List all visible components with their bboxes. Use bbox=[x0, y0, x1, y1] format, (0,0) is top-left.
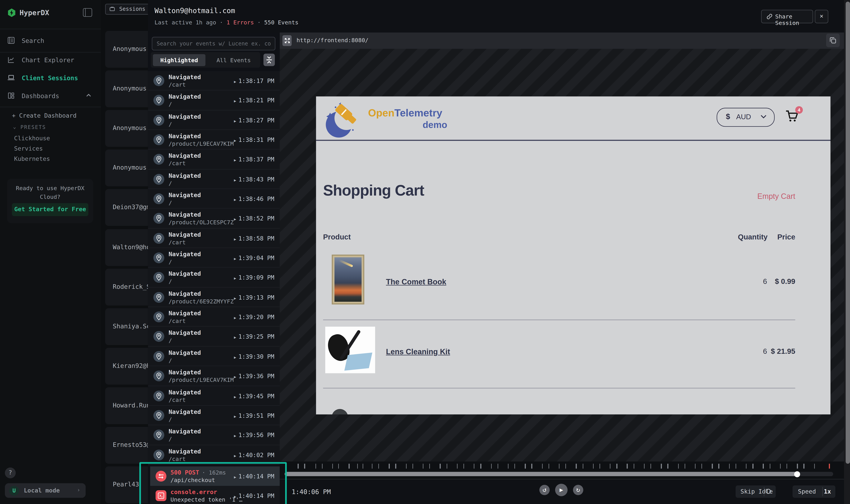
sidebar-item-clickhouse[interactable]: Clickhouse bbox=[0, 133, 101, 144]
session-list-item[interactable]: Shaniya.Sc bbox=[105, 308, 148, 345]
speed-control[interactable]: Speed 1x bbox=[793, 485, 835, 498]
event-title: Navigated bbox=[169, 329, 201, 337]
event-row[interactable]: Navigated /cart ▶1:38:58 PM bbox=[148, 229, 280, 248]
play-glyph[interactable]: ▶ bbox=[234, 434, 236, 438]
event-row[interactable]: Navigated / ▶1:38:27 PM bbox=[148, 110, 280, 130]
sidebar-item-search[interactable]: Search bbox=[0, 33, 101, 49]
product-link[interactable]: Lens Cleaning Kit bbox=[386, 347, 450, 356]
session-list-item[interactable]: Kieran92@h bbox=[105, 348, 148, 384]
event-row[interactable]: Navigated /cart ▶1:39:20 PM bbox=[148, 307, 280, 327]
play-glyph[interactable]: ▶ bbox=[234, 139, 236, 143]
forward-button[interactable]: ↻ bbox=[573, 485, 583, 495]
event-path: / bbox=[169, 278, 172, 285]
play-glyph[interactable]: ▶ bbox=[234, 178, 236, 182]
skip-idle-control[interactable]: Skip Idle bbox=[735, 485, 776, 498]
event-row[interactable]: Navigated / ▶1:39:09 PM bbox=[148, 268, 280, 288]
play-glyph[interactable]: ▶ bbox=[234, 414, 236, 419]
event-row[interactable]: Navigated / ▶1:39:30 PM bbox=[148, 347, 280, 366]
replay-area: http://frontend:8080/ bbox=[280, 33, 844, 504]
get-started-button[interactable]: Get Started for Free bbox=[12, 203, 88, 216]
session-list-item[interactable]: Walton9@ho bbox=[105, 229, 148, 266]
play-glyph[interactable]: ▶ bbox=[234, 494, 236, 499]
tab-sessions[interactable]: Sessions bbox=[105, 4, 148, 15]
sidebar-item-dashboards[interactable]: Dashboards bbox=[0, 88, 101, 104]
event-search-input[interactable] bbox=[152, 37, 275, 50]
event-row[interactable]: Navigated /product/L9ECAV7KIM ▶1:39:36 P… bbox=[148, 366, 280, 386]
copy-icon[interactable] bbox=[826, 34, 840, 47]
play-glyph[interactable]: ▶ bbox=[234, 336, 236, 340]
rewind-button[interactable]: ↺ bbox=[539, 485, 550, 495]
location-pin-icon bbox=[154, 253, 164, 263]
event-row[interactable]: Navigated /cart ▶1:38:17 PM bbox=[148, 71, 280, 91]
sidebar-item-services[interactable]: Services bbox=[0, 144, 101, 154]
tab-highlighted[interactable]: Highlighted bbox=[153, 54, 206, 66]
play-glyph[interactable]: ▶ bbox=[234, 158, 236, 163]
timeline-track[interactable] bbox=[284, 472, 833, 476]
share-session-button[interactable]: Share Session bbox=[761, 10, 813, 23]
collapse-panel-button[interactable] bbox=[263, 54, 275, 66]
play-glyph[interactable]: ▶ bbox=[234, 355, 236, 360]
event-row[interactable]: Navigated /product/OLJCESPC7Z ▶1:38:52 P… bbox=[148, 209, 280, 229]
event-row[interactable]: Navigated / ▶1:38:46 PM bbox=[148, 189, 280, 209]
sidebar-item-kubernetes[interactable]: Kubernetes bbox=[0, 154, 101, 164]
event-row-error-console[interactable]: console.error Unexpected token 'I'… ▶1:4… bbox=[150, 486, 280, 504]
cart-button[interactable]: 4 bbox=[784, 109, 801, 126]
event-row[interactable]: Navigated / ▶1:39:56 PM bbox=[148, 426, 280, 445]
session-list-item[interactable]: Anonymous bbox=[105, 70, 148, 107]
play-glyph[interactable]: ▶ bbox=[234, 80, 236, 84]
play-glyph[interactable]: ▶ bbox=[234, 198, 236, 202]
location-pin-icon bbox=[154, 430, 164, 440]
play-glyph[interactable]: ▶ bbox=[234, 454, 236, 458]
create-dashboard-button[interactable]: + Create Dashboard bbox=[0, 110, 101, 121]
empty-cart-link[interactable]: Empty Cart bbox=[757, 192, 795, 200]
session-list-item[interactable]: Deion37@gm bbox=[105, 189, 148, 226]
presets-header[interactable]: ⌄PRESETS bbox=[0, 122, 101, 132]
expand-icon[interactable] bbox=[282, 35, 292, 46]
event-row[interactable]: Navigated /product/6E92ZMYYFZ ▶1:39:13 P… bbox=[148, 288, 280, 307]
replay-timeline[interactable] bbox=[280, 462, 844, 479]
play-glyph[interactable]: ▶ bbox=[234, 395, 236, 399]
event-row[interactable]: Navigated / ▶1:38:21 PM bbox=[148, 91, 280, 110]
play-glyph[interactable]: ▶ bbox=[234, 99, 236, 104]
event-row[interactable]: Navigated / ▶1:38:43 PM bbox=[148, 169, 280, 189]
event-row[interactable]: Navigated /cart ▶1:38:37 PM bbox=[148, 150, 280, 169]
event-row[interactable]: Navigated /cart ▶1:40:02 PM bbox=[148, 445, 280, 465]
session-list-item[interactable]: Pearl43 bbox=[105, 467, 148, 503]
play-glyph[interactable]: ▶ bbox=[234, 119, 236, 123]
event-row[interactable]: Navigated / ▶1:39:25 PM bbox=[148, 327, 280, 347]
sidebar-item-chart-explorer[interactable]: Chart Explorer bbox=[0, 52, 101, 68]
play-glyph[interactable]: ▶ bbox=[234, 316, 236, 320]
close-icon[interactable]: ✕ bbox=[815, 10, 828, 23]
session-list-item[interactable]: Anonymous bbox=[105, 31, 148, 68]
toggle-off-icon[interactable] bbox=[765, 488, 773, 494]
play-glyph[interactable]: ▶ bbox=[234, 257, 236, 261]
shop-brand[interactable]: OpenTelemetry demo bbox=[368, 107, 449, 130]
play-glyph[interactable]: ▶ bbox=[234, 296, 236, 301]
help-button[interactable]: ? bbox=[5, 468, 16, 479]
local-mode-button[interactable]: U Local mode › bbox=[5, 483, 86, 498]
session-list-item[interactable]: Anonymous bbox=[105, 150, 148, 186]
product-link[interactable]: The Comet Book bbox=[386, 277, 446, 286]
play-glyph[interactable]: ▶ bbox=[234, 375, 236, 379]
session-list-item[interactable]: Ernesto53@ bbox=[105, 427, 148, 464]
sidebar-collapse-icon[interactable] bbox=[83, 8, 92, 17]
play-glyph[interactable]: ▶ bbox=[234, 217, 236, 222]
play-glyph[interactable]: ▶ bbox=[234, 237, 236, 241]
scrollbar-thumb[interactable] bbox=[846, 2, 850, 464]
play-button[interactable]: ▶ bbox=[555, 484, 568, 496]
event-row[interactable]: Navigated / ▶1:39:51 PM bbox=[148, 406, 280, 426]
event-row-error-request[interactable]: 500 POST · 162ms /api/checkout ▶1:40:14 … bbox=[150, 466, 280, 486]
session-list-item[interactable]: Roderick_S bbox=[105, 269, 148, 305]
speed-value[interactable]: 1x bbox=[824, 488, 831, 495]
event-row[interactable]: Navigated /product/L9ECAV7KIM ▶1:38:31 P… bbox=[148, 130, 280, 150]
play-glyph[interactable]: ▶ bbox=[234, 475, 236, 480]
session-list-item[interactable]: Anonymous bbox=[105, 110, 148, 147]
session-list-item[interactable]: Howard.Run bbox=[105, 387, 148, 424]
play-glyph[interactable]: ▶ bbox=[234, 276, 236, 281]
event-title: Navigated bbox=[169, 133, 201, 140]
tab-all-events[interactable]: All Events bbox=[210, 54, 257, 66]
event-row[interactable]: Navigated /cart ▶1:39:45 PM bbox=[148, 386, 280, 406]
currency-select[interactable]: $ AUD bbox=[716, 108, 775, 127]
sidebar-item-client-sessions[interactable]: Client Sessions bbox=[0, 70, 101, 86]
event-row[interactable]: Navigated / ▶1:39:04 PM bbox=[148, 248, 280, 268]
